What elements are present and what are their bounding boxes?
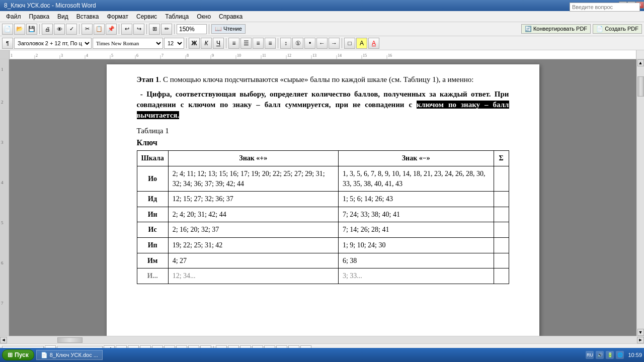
menu-tools[interactable]: Сервис (132, 12, 161, 21)
print-btn[interactable]: 🖨 (42, 24, 53, 35)
paste-btn[interactable]: 📌 (106, 24, 117, 35)
ruler-marks: 1 2 3 4 5 6 7 8 9 10 11 12 13 1 (9, 50, 636, 59)
font-select[interactable]: Times New Roman (93, 38, 163, 49)
style-select[interactable]: Заголовок 2 + 12 пт, По ц (14, 38, 92, 49)
cut-btn[interactable]: ✂ (82, 24, 93, 35)
draw-btn[interactable]: ✏ (161, 24, 172, 35)
menu-file[interactable]: Файл (2, 12, 25, 21)
sigma-id (494, 192, 509, 207)
main-area: 1 2 3 4 5 6 7 Этап 1. С помощью ключа по… (0, 59, 644, 336)
table-header-row: Шкала Знак «+» Знак «−» Σ (137, 151, 509, 166)
size-select[interactable]: 12 (164, 38, 184, 49)
menu-help[interactable]: Справка (215, 12, 247, 21)
border-btn[interactable]: □ (344, 38, 355, 49)
decrease-indent-btn[interactable]: ← (316, 38, 328, 49)
taskbar-doc[interactable]: 📄 8_Ключ УСК.doc ... (36, 350, 103, 360)
col-plus-header: Знак «+» (168, 151, 338, 166)
create-pdf-btn[interactable]: 📄 Создать PDF (593, 24, 642, 34)
tray-icon-4[interactable]: 🌐 (616, 351, 624, 359)
underline-btn[interactable]: Ч (213, 38, 224, 49)
numbered-list-btn[interactable]: ① (292, 38, 303, 49)
svg-text:13: 13 (312, 53, 316, 58)
style-icon[interactable]: ¶ (2, 38, 13, 49)
start-button[interactable]: ⊞ Пуск (2, 349, 34, 360)
minus-io: 1, 3, 5, 6, 7, 8, 9, 10, 14, 18, 21, 23,… (338, 166, 494, 191)
scroll-thumb[interactable] (637, 76, 644, 97)
para1-text: . С помощью ключа подсчитываются «сырые»… (159, 75, 473, 83)
table-title: Ключ (137, 137, 509, 148)
document-area[interactable]: Этап 1. С помощью ключа подсчитываются «… (9, 59, 636, 336)
vertical-scrollbar[interactable]: ▲ ▼ (636, 59, 644, 336)
preview-btn[interactable]: 👁 (54, 24, 65, 35)
spell-btn[interactable]: ✓ (66, 24, 77, 35)
bullet-list-btn[interactable]: • (304, 38, 315, 49)
plus-io: 2; 4; 11; 12; 13; 15; 16; 17; 19; 20; 22… (168, 166, 338, 191)
menu-format[interactable]: Формат (103, 12, 132, 21)
align-justify-btn[interactable]: ≡ (265, 38, 276, 49)
tray-icon-3[interactable]: 🔋 (606, 351, 614, 359)
svg-text:16: 16 (388, 53, 392, 58)
scroll-right-btn[interactable]: ► (637, 337, 644, 343)
reading-btn[interactable]: 📖 Чтение (211, 24, 246, 34)
save-btn[interactable]: 💾 (26, 24, 37, 35)
align-center-btn[interactable]: ☰ (240, 38, 252, 49)
undo-btn[interactable]: ↩ (121, 24, 132, 35)
scale-io: Ио (137, 166, 168, 191)
sigma-ip (494, 237, 509, 253)
doc-icon: 📄 (41, 352, 48, 358)
taskbar: ⊞ Пуск 📄 8_Ключ УСК.doc ... RU 🔊 🔋 🌐 10:… (0, 348, 644, 362)
align-left-btn[interactable]: ≡ (228, 38, 239, 49)
align-right-btn[interactable]: ≡ (253, 38, 264, 49)
minus-ip: 1; 9; 10; 24; 30 (338, 237, 494, 253)
app-title: 8_Ключ УСК.doc - Microsoft Word (4, 2, 96, 9)
taskbar-time: 10:59 (628, 352, 642, 358)
highlight-btn[interactable]: A (356, 38, 367, 49)
minus-id: 1; 5; 6; 14; 26; 43 (338, 192, 494, 207)
formatting-toolbar: ¶ Заголовок 2 + 12 пт, По ц Times New Ro… (0, 36, 644, 50)
title-bar: 8_Ключ УСК.doc - Microsoft Word ─ □ ✕ (0, 0, 644, 11)
minus-is: 7; 14; 26; 28; 41 (338, 222, 494, 238)
menu-view[interactable]: Вид (53, 12, 72, 21)
tray-icon-2[interactable]: 🔊 (596, 351, 604, 359)
title-buttons[interactable]: ─ □ ✕ (619, 2, 644, 9)
key-table: Шкала Знак «+» Знак «−» Σ Ио 2; 4; 11; 1… (137, 150, 509, 284)
copy-btn[interactable]: 📋 (94, 24, 105, 35)
scroll-down-btn[interactable]: ▼ (637, 329, 644, 336)
italic-btn[interactable]: К (201, 38, 212, 49)
h-scroll-thumb[interactable] (57, 337, 83, 343)
ruler: 1 2 3 4 5 6 7 8 9 10 11 12 13 1 (0, 50, 644, 59)
scroll-left-btn[interactable]: ◄ (0, 337, 7, 343)
redo-btn[interactable]: ↪ (133, 24, 144, 35)
zoom-input[interactable] (177, 24, 207, 34)
font-color-btn[interactable]: A (368, 38, 379, 49)
convert-pdf-btn[interactable]: 🔄 Конвертировать PDF (521, 24, 591, 34)
menu-window[interactable]: Окно (193, 12, 215, 21)
sep4 (146, 24, 147, 34)
increase-indent-btn[interactable]: → (329, 38, 340, 49)
col-scale-header: Шкала (137, 151, 168, 166)
scale-id: Ид (137, 192, 168, 207)
sigma-im (494, 253, 509, 268)
menu-insert[interactable]: Вставка (72, 12, 103, 21)
menu-table[interactable]: Таблица (161, 12, 193, 21)
plus-ip: 19; 22; 25; 31; 42 (168, 237, 338, 253)
sigma-io (494, 166, 509, 191)
col-minus-header: Знак «−» (338, 151, 494, 166)
highlighted-text[interactable]: ключом по знаку – балл вычитается. (137, 101, 509, 119)
menu-edit[interactable]: Правка (25, 12, 54, 21)
svg-text:15: 15 (363, 53, 367, 58)
tray-icon-1[interactable]: RU (586, 351, 594, 359)
question-input[interactable] (570, 3, 640, 12)
sigma-partial (494, 268, 509, 284)
table-btn[interactable]: ⊞ (149, 24, 160, 35)
scroll-up-btn[interactable]: ▲ (637, 59, 644, 66)
sep3 (119, 24, 119, 34)
line-spacing-btn[interactable]: ↕ (280, 38, 291, 49)
horizontal-scrollbar[interactable]: ◄ ► (0, 336, 644, 343)
new-btn[interactable]: 📄 (2, 24, 13, 35)
table-row: Ио 2; 4; 11; 12; 13; 15; 16; 17; 19; 20;… (137, 166, 509, 191)
svg-text:1: 1 (11, 53, 13, 58)
open-btn[interactable]: 📂 (14, 24, 25, 35)
scale-in: Ин (137, 207, 168, 222)
bold-btn[interactable]: Ж (189, 38, 200, 49)
